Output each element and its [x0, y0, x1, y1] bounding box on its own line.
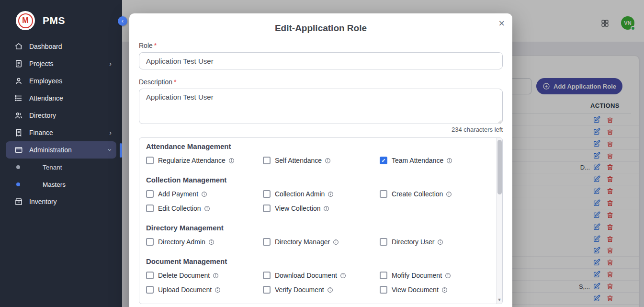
info-icon[interactable]: [445, 273, 451, 279]
attendance-icon: [14, 94, 23, 102]
permission-label: Download Document: [275, 272, 337, 279]
info-icon[interactable]: [333, 239, 339, 245]
info-icon[interactable]: [201, 191, 207, 197]
sidebar-item-label: Inventory: [29, 198, 57, 205]
scrollbar-thumb[interactable]: [497, 140, 502, 194]
info-icon[interactable]: [208, 239, 215, 245]
permission-label: Directory User: [392, 238, 434, 246]
permission-label: Regularize Attendance: [158, 157, 226, 164]
sidebar-item-dashboard[interactable]: Dashboard: [0, 38, 122, 55]
info-icon[interactable]: [213, 273, 219, 279]
permission-label: Collection Admin: [275, 190, 325, 198]
info-icon[interactable]: [323, 205, 329, 212]
sidebar-item-label: Directory: [29, 112, 56, 119]
permission-item-add-payment: Add Payment: [146, 187, 263, 201]
projects-icon: [14, 59, 23, 68]
checkbox-add-payment[interactable]: [146, 190, 154, 198]
checkbox-directory-manager[interactable]: [263, 238, 271, 246]
sidebar-item-attendance[interactable]: Attendance: [0, 90, 122, 107]
role-field-label: Role*: [139, 42, 157, 49]
permission-grid: Add PaymentCollection AdminCreate Collec…: [146, 187, 502, 216]
permission-item-verify-document: Verify Document: [263, 283, 380, 297]
permission-item-mofify-document: Mofify Document: [380, 268, 497, 283]
permission-label: Self Attendance: [275, 157, 322, 164]
app-logo: M PMS: [0, 0, 122, 30]
checkbox-view-collection[interactable]: [263, 205, 271, 212]
permission-item-directory-manager: Directory Manager: [263, 235, 380, 249]
permission-label: View Collection: [275, 205, 320, 212]
checkbox-regularize-attendance[interactable]: [146, 157, 154, 164]
logo-icon: M: [16, 11, 35, 30]
info-icon[interactable]: [340, 273, 346, 279]
sidebar-item-label: Finance: [29, 129, 53, 136]
info-icon[interactable]: [446, 158, 452, 164]
sidebar-subitem-masters[interactable]: Masters: [0, 176, 122, 193]
permission-sections: Attendance ManagementRegularize Attendan…: [146, 142, 502, 297]
sidebar-item-administration[interactable]: Administration›: [6, 141, 116, 159]
checkbox-directory-user[interactable]: [380, 238, 387, 246]
close-icon[interactable]: ×: [498, 18, 505, 29]
info-icon[interactable]: [328, 191, 334, 197]
permission-item-directory-admin: Directory Admin: [146, 235, 263, 249]
collapse-sidebar-button[interactable]: ‹: [118, 16, 127, 26]
checkbox-mofify-document[interactable]: [380, 272, 387, 279]
checkbox-upload-document[interactable]: [146, 286, 154, 294]
checkbox-self-attendance[interactable]: [263, 157, 271, 164]
permission-section-title: Directory Management: [146, 223, 502, 233]
scroll-down-icon[interactable]: ▼: [497, 297, 502, 302]
checkbox-delete-document[interactable]: [146, 272, 154, 279]
logo-letter: M: [18, 13, 33, 28]
description-textarea[interactable]: Application Test User: [139, 89, 503, 124]
permissions-list: Attendance ManagementRegularize Attendan…: [139, 137, 503, 304]
checkbox-team-attendance[interactable]: ✓: [380, 157, 387, 164]
checkbox-view-document[interactable]: [380, 286, 387, 294]
info-icon[interactable]: [446, 191, 452, 197]
sidebar-item-label: Projects: [29, 60, 54, 68]
app-name: PMS: [43, 15, 65, 26]
scrollbar[interactable]: ▼: [496, 138, 502, 304]
sidebar-subitem-tenant[interactable]: Tenant: [0, 159, 122, 176]
finance-icon: [14, 128, 23, 137]
permission-grid: Directory AdminDirectory ManagerDirector…: [146, 235, 502, 249]
checkbox-directory-admin[interactable]: [146, 238, 154, 246]
info-icon[interactable]: [327, 287, 333, 293]
permission-label: Delete Document: [158, 272, 210, 279]
sidebar-item-label: Dashboard: [29, 43, 62, 50]
sidebar-item-label: Attendance: [29, 94, 63, 102]
characters-left-counter: 234 characters left: [139, 126, 503, 134]
sidebar-item-inventory[interactable]: Inventory: [0, 193, 122, 210]
role-input[interactable]: [139, 52, 503, 69]
role-form: Role* Description* Application Test User…: [129, 41, 512, 304]
checkbox-download-document[interactable]: [263, 272, 271, 279]
bullet-dot-icon: [16, 165, 20, 169]
permission-item-team-attendance: ✓Team Attendance: [380, 153, 497, 168]
permission-label: Mofify Document: [392, 272, 442, 279]
info-icon[interactable]: [228, 158, 235, 164]
info-icon[interactable]: [215, 287, 221, 293]
permission-item-download-document: Download Document: [263, 268, 380, 283]
permission-label: Upload Document: [158, 286, 212, 294]
sidebar-item-directory[interactable]: Directory: [0, 107, 122, 124]
info-icon[interactable]: [441, 287, 448, 293]
sidebar-item-finance[interactable]: Finance›: [0, 124, 122, 141]
info-icon[interactable]: [325, 158, 331, 164]
sidebar-item-projects[interactable]: Projects›: [0, 55, 122, 72]
sidebar-item-employees[interactable]: Employees: [0, 72, 122, 90]
chevron-down-icon: ›: [107, 149, 114, 151]
checkbox-verify-document[interactable]: [263, 286, 271, 294]
permission-label: Team Attendance: [392, 157, 443, 164]
info-icon[interactable]: [204, 205, 210, 212]
employees-icon: [14, 77, 23, 85]
checkbox-collection-admin[interactable]: [263, 190, 271, 198]
permission-item-delete-document: Delete Document: [146, 268, 263, 283]
permission-item-collection-admin: Collection Admin: [263, 187, 380, 201]
permission-label: Edit Collection: [158, 205, 201, 212]
sidebar: M PMS DashboardProjects›EmployeesAttenda…: [0, 0, 122, 307]
checkbox-edit-collection[interactable]: [146, 205, 154, 212]
permission-section-document-management: Document ManagementDelete DocumentDownlo…: [146, 257, 502, 297]
info-icon[interactable]: [437, 239, 443, 245]
checkbox-create-collection[interactable]: [380, 190, 387, 198]
permission-label: Directory Admin: [158, 238, 205, 246]
sidebar-item-label: Employees: [29, 77, 62, 85]
permission-grid: Regularize AttendanceSelf Attendance✓Tea…: [146, 153, 502, 168]
